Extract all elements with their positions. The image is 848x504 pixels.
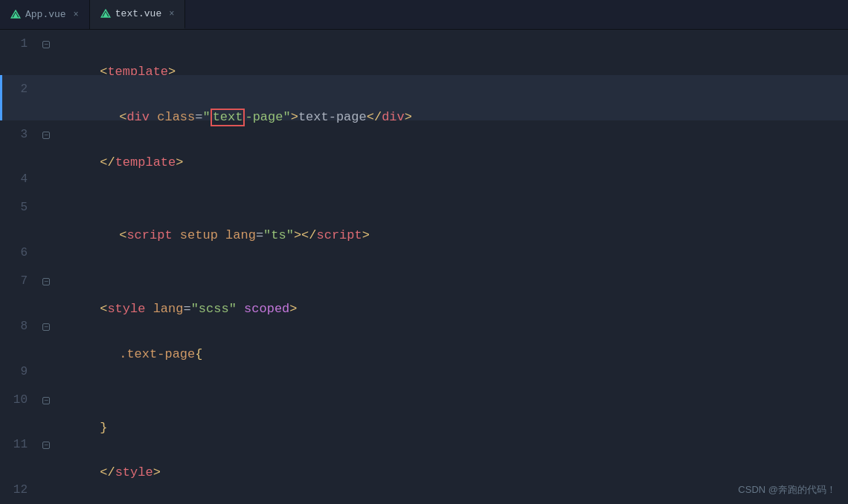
line-number-3: 3 (0, 120, 41, 149)
code-line-3: 3 − </template> (0, 120, 848, 166)
tab-text-vue-label: text.vue (115, 8, 161, 19)
code-line-7: 7 − <style lang="scss" scoped> (0, 267, 848, 312)
code-line-1: 1 − <template> (0, 30, 848, 75)
line-number-5: 5 (0, 193, 41, 222)
fold-5 (41, 195, 51, 223)
tab-app-vue[interactable]: App.vue × (0, 0, 90, 29)
line-number-12: 12 (0, 476, 41, 504)
line-number-2: 2 (0, 75, 41, 103)
fold-11[interactable]: − (41, 432, 51, 460)
code-line-9: 9 (0, 358, 848, 386)
code-line-8: 8 − .text-page{ (0, 312, 848, 358)
code-line-10: 10 − } (0, 386, 848, 431)
line-number-9: 9 (0, 358, 41, 386)
code-line-4: 4 (0, 165, 848, 193)
fold-12 (41, 477, 51, 504)
line-4-content (51, 165, 848, 193)
line-number-1: 1 (0, 30, 41, 58)
line-number-11: 11 (0, 430, 41, 459)
fold-2 (41, 77, 51, 105)
line-number-6: 6 (0, 239, 41, 267)
fold-9 (41, 359, 51, 387)
code-editor: 1 − <template> 2 <div class="text-page">… (0, 30, 848, 504)
tab-app-vue-label: App.vue (25, 9, 66, 20)
fold-7[interactable]: − (41, 268, 51, 297)
line-number-8: 8 (0, 312, 41, 340)
fold-3[interactable]: − (41, 122, 51, 150)
line-number-4: 4 (0, 165, 41, 193)
line-6-content (51, 239, 848, 267)
line-number-10: 10 (0, 386, 41, 414)
fold-1[interactable]: − (41, 31, 51, 59)
tab-bar: App.vue × text.vue × (0, 0, 848, 30)
tab-close-app-vue[interactable]: × (74, 10, 79, 19)
code-line-2: 2 <div class="text-page">text-page</div> (0, 75, 848, 120)
code-line-11: 11 − </style> (0, 430, 848, 476)
line-9-content (51, 358, 848, 386)
fold-8[interactable]: − (41, 314, 51, 342)
code-line-6: 6 (0, 239, 848, 267)
vue-logo-icon (10, 10, 21, 20)
fold-4 (41, 167, 51, 195)
tab-text-vue[interactable]: text.vue × (90, 0, 186, 29)
fold-6 (41, 240, 51, 268)
fold-10[interactable]: − (41, 387, 51, 416)
code-line-12: 12 (0, 476, 848, 504)
vue-logo-active-icon (100, 9, 111, 19)
line-number-7: 7 (0, 267, 41, 295)
line-12-content (51, 476, 848, 504)
watermark: CSDN @奔跑的代码！ (738, 483, 836, 497)
tab-close-text-vue[interactable]: × (169, 10, 174, 19)
code-line-5: 5 <script setup lang="ts"></script> (0, 193, 848, 239)
